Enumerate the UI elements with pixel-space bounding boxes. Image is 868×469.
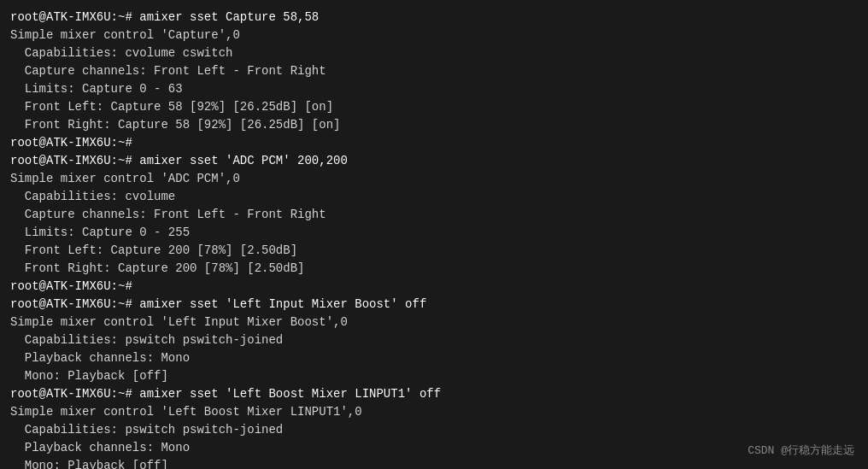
terminal-line-14: Front Right: Capture 200 [78%] [2.50dB] — [10, 260, 858, 278]
terminal-line-0: root@ATK-IMX6U:~# amixer sset Capture 58… — [10, 9, 858, 26]
terminal-line-21: root@ATK-IMX6U:~# amixer sset 'Left Boos… — [10, 385, 858, 403]
terminal-line-25: Mono: Playback [off] — [10, 457, 858, 469]
terminal-window: root@ATK-IMX6U:~# amixer sset Capture 58… — [0, 0, 868, 469]
terminal-line-12: Limits: Capture 0 - 255 — [10, 224, 858, 242]
terminal-line-24: Playback channels: Mono — [10, 439, 858, 457]
terminal-line-1: Simple mixer control 'Capture',0 — [10, 26, 858, 44]
terminal-line-20: Mono: Playback [off] — [10, 367, 858, 385]
terminal-line-11: Capture channels: Front Left - Front Rig… — [10, 206, 858, 224]
terminal-line-7: root@ATK-IMX6U:~# — [10, 134, 858, 152]
terminal-line-19: Playback channels: Mono — [10, 349, 858, 367]
terminal-content: root@ATK-IMX6U:~# amixer sset Capture 58… — [10, 9, 858, 469]
terminal-line-5: Front Left: Capture 58 [92%] [26.25dB] [… — [10, 98, 858, 116]
terminal-line-4: Limits: Capture 0 - 63 — [10, 80, 858, 98]
terminal-line-2: Capabilities: cvolume cswitch — [10, 44, 858, 62]
terminal-line-16: root@ATK-IMX6U:~# amixer sset 'Left Inpu… — [10, 296, 858, 314]
terminal-line-9: Simple mixer control 'ADC PCM',0 — [10, 170, 858, 188]
terminal-line-15: root@ATK-IMX6U:~# — [10, 278, 858, 296]
terminal-line-8: root@ATK-IMX6U:~# amixer sset 'ADC PCM' … — [10, 152, 858, 170]
watermark: CSDN @行稳方能走远 — [748, 443, 854, 460]
terminal-line-10: Capabilities: cvolume — [10, 188, 858, 206]
terminal-line-17: Simple mixer control 'Left Input Mixer B… — [10, 314, 858, 331]
terminal-line-22: Simple mixer control 'Left Boost Mixer L… — [10, 403, 858, 421]
terminal-line-18: Capabilities: pswitch pswitch-joined — [10, 331, 858, 349]
terminal-line-23: Capabilities: pswitch pswitch-joined — [10, 421, 858, 439]
terminal-line-6: Front Right: Capture 58 [92%] [26.25dB] … — [10, 116, 858, 134]
terminal-line-13: Front Left: Capture 200 [78%] [2.50dB] — [10, 242, 858, 260]
terminal-line-3: Capture channels: Front Left - Front Rig… — [10, 62, 858, 80]
